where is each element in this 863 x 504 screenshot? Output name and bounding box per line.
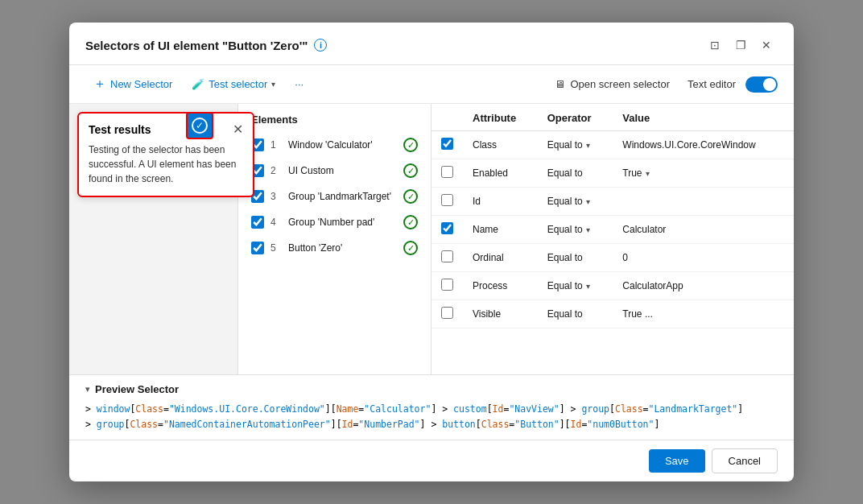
col-header-attribute xyxy=(432,104,463,131)
attr-operator: Equal to xyxy=(538,159,613,188)
attr-checkbox[interactable] xyxy=(441,279,453,291)
window-controls: ⊡ ❐ ✕ xyxy=(704,34,778,56)
cancel-button[interactable]: Cancel xyxy=(712,448,778,473)
element-num: 1 xyxy=(270,139,282,151)
new-selector-button[interactable]: ＋ New Selector xyxy=(85,72,180,97)
attr-checkbox-cell xyxy=(432,188,463,216)
attr-name: Enabled xyxy=(463,159,538,188)
operator-select[interactable]: Equal to ▾ xyxy=(547,280,604,291)
element-name: UI Custom xyxy=(288,165,397,176)
attr-value: Windows.UI.Core.CoreWindow xyxy=(613,131,794,159)
attr-checkbox[interactable] xyxy=(441,194,453,206)
elements-panel: Elements 1 Window 'Calculator' ✓ 2 UI Cu… xyxy=(238,104,432,374)
attr-name: Process xyxy=(463,272,538,300)
element-num: 4 xyxy=(270,217,282,228)
popup-title: Test results xyxy=(89,123,151,136)
text-editor-toggle[interactable] xyxy=(745,76,778,93)
element-row[interactable]: 1 Window 'Calculator' ✓ xyxy=(238,132,431,158)
element-checkbox[interactable] xyxy=(251,242,264,254)
operator-select[interactable]: Equal to xyxy=(547,167,604,179)
operator-select[interactable]: Equal to xyxy=(547,252,604,263)
dialog-header: Selectors of UI element "Button 'Zero'" … xyxy=(69,23,794,65)
operator-select[interactable]: Equal to ▾ xyxy=(547,224,604,235)
attr-checkbox-cell xyxy=(432,216,463,244)
attr-value: 0 xyxy=(613,244,794,272)
attr-value xyxy=(613,188,794,216)
preview-code-line2: > group[Class="NamedContainerAutomationP… xyxy=(85,417,778,432)
attr-checkbox-cell xyxy=(432,159,463,188)
attr-checkbox[interactable] xyxy=(441,307,453,319)
test-results-popup: Test results ✕ Testing of the selector h… xyxy=(77,112,254,197)
attr-name: Id xyxy=(463,188,538,216)
attr-checkbox[interactable] xyxy=(441,166,453,178)
attribute-row: Name Equal to ▾ Calculator xyxy=(432,216,794,244)
element-name: Button 'Zero' xyxy=(288,242,397,254)
popup-body: Testing of the selector has been success… xyxy=(89,143,243,186)
element-row[interactable]: 3 Group 'LandmarkTarget' ✓ xyxy=(238,184,431,209)
check-success-button[interactable]: ✓ xyxy=(186,112,213,139)
attr-checkbox[interactable] xyxy=(441,138,453,150)
beaker-icon: 🧪 xyxy=(192,78,204,90)
toolbar-right: 🖥 Open screen selector Text editor xyxy=(547,74,778,94)
plus-icon: ＋ xyxy=(93,76,106,93)
open-screen-selector-button[interactable]: 🖥 Open screen selector xyxy=(547,74,678,94)
preview-selector-header[interactable]: ▾ Preview Selector xyxy=(85,383,778,395)
element-name: Window 'Calculator' xyxy=(288,139,397,151)
attr-operator: Equal to ▾ xyxy=(538,216,613,244)
operator-select[interactable]: Equal to ▾ xyxy=(547,196,604,207)
element-row[interactable]: 5 Button 'Zero' ✓ xyxy=(238,235,431,261)
popup-close-button[interactable]: ✕ xyxy=(233,123,243,136)
elements-title: Elements xyxy=(238,104,431,132)
restore-button[interactable]: ❐ xyxy=(729,34,752,56)
close-button[interactable]: ✕ xyxy=(755,34,778,56)
attributes-panel: Attribute Operator Value Class Equal to … xyxy=(432,104,794,374)
test-selector-button[interactable]: 🧪 Test selector ▾ xyxy=(184,74,283,94)
attr-checkbox-cell xyxy=(432,272,463,300)
main-content: Test results ✕ Testing of the selector h… xyxy=(69,104,794,374)
success-icon: ✓ xyxy=(403,241,418,255)
minimize-button[interactable]: ⊡ xyxy=(704,34,726,56)
element-checkbox[interactable] xyxy=(251,216,264,229)
attr-name: Visible xyxy=(463,300,538,328)
attr-checkbox[interactable] xyxy=(441,250,453,262)
operator-select[interactable]: Equal to xyxy=(547,308,604,320)
preview-code-line1: > window[Class="Windows.UI.Core.CoreWind… xyxy=(85,402,778,416)
success-icon: ✓ xyxy=(403,215,418,229)
attributes-tbody: Class Equal to ▾ Windows.UI.Core.CoreWin… xyxy=(432,131,794,328)
element-row[interactable]: 4 Group 'Number pad' ✓ xyxy=(238,209,431,235)
toolbar: ＋ New Selector 🧪 Test selector ▾ ··· 🖥 O… xyxy=(69,65,794,104)
save-button[interactable]: Save xyxy=(649,449,705,473)
col-header-attribute-label: Attribute xyxy=(463,104,538,131)
attr-operator: Equal to xyxy=(538,244,613,272)
attr-checkbox-cell xyxy=(432,244,463,272)
attribute-row: Ordinal Equal to 0 xyxy=(432,244,794,272)
attr-name: Name xyxy=(463,216,538,244)
dialog-footer: Save Cancel xyxy=(69,440,794,481)
element-name: Group 'Number pad' xyxy=(288,217,397,228)
attr-checkbox[interactable] xyxy=(441,222,453,234)
info-icon[interactable]: i xyxy=(314,39,327,52)
attr-operator: Equal to ▾ xyxy=(538,188,613,216)
screen-icon: 🖥 xyxy=(555,78,565,90)
test-selector-label: Test selector xyxy=(209,78,267,90)
popup-header: Test results ✕ xyxy=(89,123,243,136)
element-row[interactable]: 2 UI Custom ✓ xyxy=(238,158,431,184)
preview-area: ▾ Preview Selector > window[Class="Windo… xyxy=(69,374,794,440)
col-header-value-label: Value xyxy=(613,104,794,131)
attr-value: Calculator xyxy=(613,216,794,244)
attributes-table: Attribute Operator Value Class Equal to … xyxy=(432,104,794,328)
main-dialog: Selectors of UI element "Button 'Zero'" … xyxy=(69,23,794,481)
attr-operator: Equal to ▾ xyxy=(538,272,613,300)
more-options-button[interactable]: ··· xyxy=(287,74,312,94)
new-selector-label: New Selector xyxy=(110,78,172,90)
attr-value: True ▾ xyxy=(613,159,794,188)
attr-operator: Equal to xyxy=(538,300,613,328)
chevron-down-icon: ▾ xyxy=(271,80,275,89)
element-num: 5 xyxy=(270,242,282,254)
success-icon: ✓ xyxy=(403,138,418,152)
attr-checkbox-cell xyxy=(432,300,463,328)
operator-select[interactable]: Equal to ▾ xyxy=(547,139,604,151)
left-panel: Test results ✕ Testing of the selector h… xyxy=(69,104,238,374)
attr-value: True ... xyxy=(613,300,794,328)
success-icon: ✓ xyxy=(403,189,418,204)
